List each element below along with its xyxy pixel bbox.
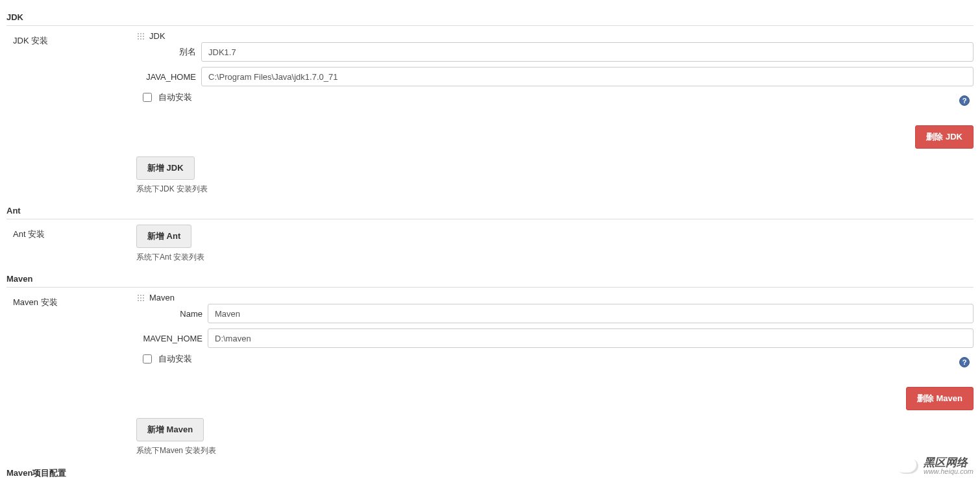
maven-list-note: 系统下Maven 安装列表 xyxy=(136,445,974,456)
jdk-install-label: JDK 安装 xyxy=(6,31,136,51)
section-title-jdk: JDK xyxy=(6,9,974,26)
drag-handle-icon[interactable] xyxy=(136,32,145,41)
java-home-label: JAVA_HOME xyxy=(136,72,201,82)
drag-handle-icon[interactable] xyxy=(136,293,145,302)
section-title-maven: Maven xyxy=(6,271,974,288)
maven-tool-title: Maven xyxy=(149,293,175,302)
jdk-auto-install-label: 自动安装 xyxy=(158,92,192,103)
add-maven-button[interactable]: 新增 Maven xyxy=(136,418,204,441)
maven-name-input[interactable] xyxy=(208,304,974,323)
jdk-alias-input[interactable] xyxy=(201,42,974,62)
maven-home-label: MAVEN_HOME xyxy=(136,334,208,343)
jdk-tool-title: JDK xyxy=(149,31,165,41)
add-ant-button[interactable]: 新增 Ant xyxy=(136,225,191,248)
jdk-auto-install-checkbox[interactable] xyxy=(143,93,152,102)
help-icon[interactable]: ? xyxy=(959,357,970,367)
jdk-list-note: 系统下JDK 安装列表 xyxy=(136,184,974,195)
maven-home-input[interactable] xyxy=(208,328,974,348)
ant-install-label: Ant 安装 xyxy=(6,225,136,244)
help-icon[interactable]: ? xyxy=(959,95,970,106)
delete-maven-button[interactable]: 删除 Maven xyxy=(906,387,974,410)
maven-auto-install-checkbox[interactable] xyxy=(143,354,152,364)
maven-name-label: Name xyxy=(136,309,208,319)
java-home-input[interactable] xyxy=(201,67,974,86)
section-title-ant: Ant xyxy=(6,203,974,219)
maven-auto-install-label: 自动安装 xyxy=(158,353,192,365)
jdk-alias-label: 别名 xyxy=(136,46,201,58)
section-title-maven-project: Maven项目配置 xyxy=(6,464,974,481)
delete-jdk-button[interactable]: 删除 JDK xyxy=(915,125,974,149)
maven-install-label: Maven 安装 xyxy=(6,293,136,312)
ant-list-note: 系统下Ant 安装列表 xyxy=(136,252,974,263)
add-jdk-button[interactable]: 新增 JDK xyxy=(136,156,195,180)
